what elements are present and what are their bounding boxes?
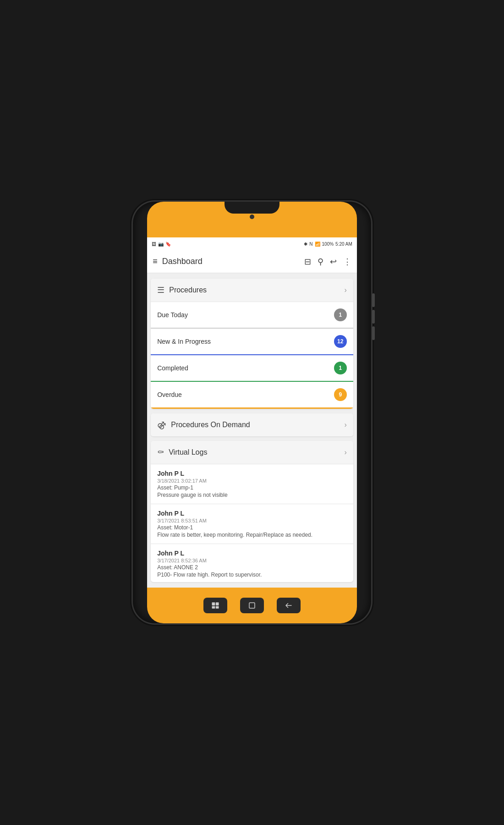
log-entry-2[interactable]: John P L 3/17/2021 8:53:51 AM Asset: Mot… <box>151 504 353 544</box>
pod-title: Procedures On Demand <box>171 421 250 429</box>
layout-icon[interactable]: ⊟ <box>304 257 311 267</box>
procedures-card-header[interactable]: ☰ Procedures › <box>151 279 353 302</box>
pod-icon: ⚣ <box>157 420 166 430</box>
status-icon-bookmark: 🔖 <box>165 242 171 247</box>
procedures-chevron: › <box>344 286 346 294</box>
menu-icon[interactable]: ≡ <box>153 257 158 266</box>
log-3-note: P100- Flow rate high. Report to supervis… <box>157 572 347 578</box>
vl-title: Virtual Logs <box>169 448 207 456</box>
status-time: 5:20 AM <box>335 242 352 247</box>
svg-rect-4 <box>249 603 255 608</box>
procedures-icon: ☰ <box>157 285 164 295</box>
more-options-icon[interactable]: ⋮ <box>343 257 351 267</box>
virtual-logs-header[interactable]: ⚰ Virtual Logs › <box>151 441 353 464</box>
page-title: Dashboard <box>162 257 300 266</box>
log-1-name: John P L <box>157 470 347 477</box>
side-buttons <box>372 293 375 340</box>
pod-chevron: › <box>344 421 346 429</box>
virtual-logs-card: ⚰ Virtual Logs › John P L 3/18/2021 3:02… <box>151 441 353 582</box>
device-screen: 🖼 📷 🔖 ✱ N 📶 100% 5:20 AM ≡ Dashboard ⊟ ⚲… <box>147 237 357 588</box>
back-icon <box>285 601 293 610</box>
back-arrow-icon[interactable]: ↩ <box>330 257 337 267</box>
procedures-on-demand-card[interactable]: ⚣ Procedures On Demand › <box>151 413 353 436</box>
device-notch <box>225 202 279 214</box>
side-button-1 <box>372 293 375 307</box>
procedures-title: Procedures <box>169 286 207 294</box>
status-right-info: ✱ N 📶 100% 5:20 AM <box>304 242 352 247</box>
nav-overview-button[interactable] <box>203 598 227 613</box>
log-1-note: Pressure gauge is not visible <box>157 492 347 498</box>
completed-label: Completed <box>157 364 188 372</box>
overdue-bottom-border <box>151 407 353 409</box>
device-frame: 🖼 📷 🔖 ✱ N 📶 100% 5:20 AM ≡ Dashboard ⊟ ⚲… <box>133 202 371 623</box>
completed-badge: 1 <box>334 362 347 374</box>
completed-row[interactable]: Completed 1 <box>151 355 353 382</box>
home-icon <box>248 601 256 610</box>
due-today-row[interactable]: Due Today 1 <box>151 302 353 329</box>
status-bar: 🖼 📷 🔖 ✱ N 📶 100% 5:20 AM <box>147 237 357 250</box>
app-header: ≡ Dashboard ⊟ ⚲ ↩ ⋮ <box>147 250 357 273</box>
procedures-card: ☰ Procedures › Due Today 1 New & In Prog… <box>151 279 353 409</box>
vl-header-left: ⚰ Virtual Logs <box>157 447 207 457</box>
overdue-row[interactable]: Overdue 9 <box>151 382 353 407</box>
side-button-3 <box>372 326 375 340</box>
overdue-badge: 9 <box>334 388 347 401</box>
pod-header-left: ⚣ Procedures On Demand <box>157 420 250 430</box>
log-3-asset: Asset: ANONE 2 <box>157 564 347 571</box>
new-in-progress-badge: 12 <box>334 335 347 348</box>
log-2-asset: Asset: Motor-1 <box>157 524 347 531</box>
svg-rect-3 <box>216 606 219 609</box>
search-icon[interactable]: ⚲ <box>318 257 323 267</box>
procedures-on-demand-header[interactable]: ⚣ Procedures On Demand › <box>151 413 353 436</box>
svg-rect-0 <box>212 602 215 605</box>
vl-chevron: › <box>344 448 346 456</box>
status-left-icons: 🖼 📷 🔖 <box>152 242 171 247</box>
log-3-name: John P L <box>157 550 347 557</box>
svg-rect-1 <box>216 602 219 605</box>
status-icon-camera: 📷 <box>158 242 164 247</box>
svg-rect-2 <box>212 606 215 609</box>
main-content: ☰ Procedures › Due Today 1 New & In Prog… <box>147 273 357 588</box>
due-today-label: Due Today <box>157 311 188 319</box>
log-1-date: 3/18/2021 3:02:17 AM <box>157 478 347 484</box>
side-button-2 <box>372 310 375 324</box>
vl-icon: ⚰ <box>157 447 164 457</box>
battery-indicator: 100% <box>322 242 334 247</box>
log-1-asset: Asset: Pump-1 <box>157 484 347 491</box>
log-2-name: John P L <box>157 510 347 517</box>
log-3-date: 3/17/2021 8:52:36 AM <box>157 558 347 563</box>
device-camera <box>250 214 254 219</box>
device-top-bar <box>147 202 357 237</box>
procedures-header-left: ☰ Procedures <box>157 285 207 295</box>
overview-icon <box>211 601 219 610</box>
nav-back-button[interactable] <box>277 598 301 613</box>
network-icon: N <box>309 242 312 247</box>
status-icon-photo: 🖼 <box>152 242 156 247</box>
log-2-note: Flow rate is better, keep monitoring. Re… <box>157 532 347 538</box>
log-2-date: 3/17/2021 8:53:51 AM <box>157 518 347 523</box>
log-entry-3[interactable]: John P L 3/17/2021 8:52:36 AM Asset: ANO… <box>151 544 353 582</box>
nav-home-button[interactable] <box>240 598 264 613</box>
new-in-progress-label: New & In Progress <box>157 338 211 345</box>
new-in-progress-row[interactable]: New & In Progress 12 <box>151 329 353 355</box>
wifi-icon: 📶 <box>315 242 320 247</box>
bluetooth-icon: ✱ <box>304 242 307 247</box>
device-bottom-bar <box>147 588 357 623</box>
header-action-icons: ⊟ ⚲ ↩ ⋮ <box>304 257 351 267</box>
overdue-label: Overdue <box>157 391 182 398</box>
log-entry-1[interactable]: John P L 3/18/2021 3:02:17 AM Asset: Pum… <box>151 464 353 504</box>
due-today-badge: 1 <box>334 308 347 321</box>
